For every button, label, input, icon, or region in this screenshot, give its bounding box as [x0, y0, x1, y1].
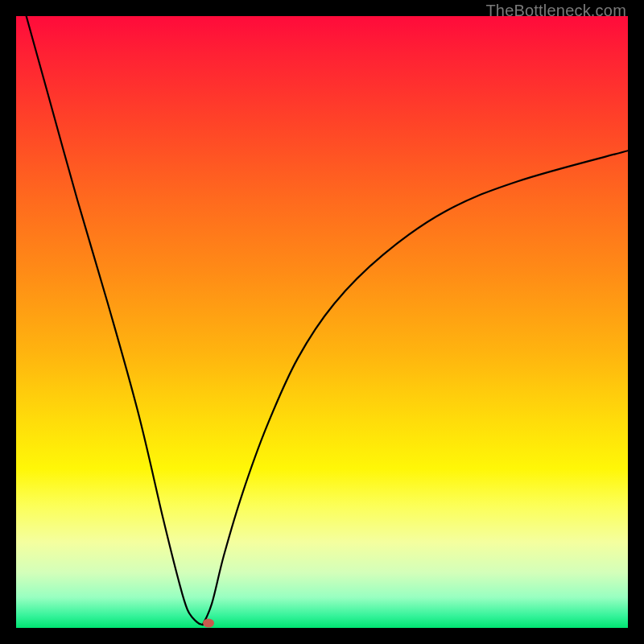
- chart-plot-area: [16, 16, 628, 628]
- curve-path: [16, 16, 628, 625]
- watermark-text: TheBottleneck.com: [485, 2, 626, 20]
- optimal-point-marker: [203, 618, 214, 627]
- chart-frame: TheBottleneck.com: [0, 0, 644, 644]
- bottleneck-curve: [16, 16, 628, 628]
